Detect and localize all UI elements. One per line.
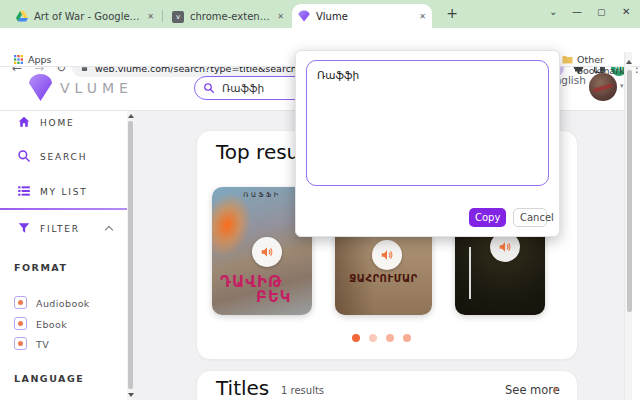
browser-tab-strip: Art of War - Google Drive ✕ v chrome-ext… bbox=[0, 0, 640, 28]
tab-vlume-active[interactable]: Vlume ✕ bbox=[292, 4, 432, 28]
google-drive-icon bbox=[16, 11, 28, 22]
user-avatar[interactable] bbox=[589, 73, 617, 101]
sidebar-item-my-list[interactable]: MY LIST bbox=[40, 187, 88, 197]
tab-close-icon[interactable]: ✕ bbox=[147, 12, 154, 21]
carousel-dot-active[interactable] bbox=[352, 334, 360, 342]
sidebar-item-filter[interactable]: FILTER bbox=[40, 224, 80, 234]
audio-speaker-icon[interactable] bbox=[252, 237, 282, 267]
audiobook-checkbox[interactable] bbox=[14, 296, 27, 309]
copy-button[interactable]: Copy bbox=[469, 208, 506, 227]
new-tab-button[interactable]: + bbox=[444, 6, 460, 22]
chevron-up-icon[interactable] bbox=[105, 226, 113, 234]
tab-extension[interactable]: v chrome-extensions//adiocimbicr ✕ bbox=[166, 5, 290, 28]
search-nav-icon bbox=[17, 149, 31, 163]
titles-count: 1 results bbox=[281, 385, 324, 396]
scroll-up-icon[interactable] bbox=[128, 114, 134, 118]
search-icon bbox=[203, 82, 215, 94]
my-list-icon bbox=[17, 184, 31, 198]
tab-close-icon[interactable]: ✕ bbox=[277, 12, 284, 21]
scroll-down-icon[interactable] bbox=[128, 393, 134, 397]
copy-dialog: Ռաֆֆի Copy Cancel bbox=[295, 50, 560, 237]
see-more-link[interactable]: See more bbox=[505, 383, 560, 397]
tab-title: Art of War - Google Drive bbox=[34, 11, 141, 22]
browser-toolbar: ← → ↻ web.vlume.com/search?type=title&se… bbox=[0, 28, 640, 52]
apps-bookmark[interactable]: Apps bbox=[28, 54, 52, 65]
sidebar-scrollbar[interactable] bbox=[127, 111, 134, 400]
carousel-dot[interactable] bbox=[386, 334, 394, 342]
carousel-dot[interactable] bbox=[403, 334, 411, 342]
window-chevron-icon[interactable]: ⌄ bbox=[549, 6, 557, 17]
scroll-up-icon[interactable] bbox=[626, 60, 632, 64]
carousel-dot[interactable] bbox=[369, 334, 377, 342]
page-scrollbar-thumb[interactable] bbox=[627, 70, 632, 312]
cover-art bbox=[469, 247, 471, 299]
sidebar-divider bbox=[0, 208, 127, 210]
cover-title-line2: ԲԵԿ bbox=[256, 288, 292, 306]
tab-title: chrome-extensions//adiocimbicr bbox=[190, 11, 271, 22]
cover-title: ՋԱՀՐՈՒՄԱՐ bbox=[335, 273, 432, 284]
cancel-button[interactable]: Cancel bbox=[513, 208, 547, 227]
titles-heading: Titles bbox=[216, 376, 269, 400]
home-icon bbox=[17, 115, 31, 129]
ebook-label[interactable]: Ebook bbox=[36, 319, 67, 330]
audio-speaker-icon[interactable] bbox=[372, 240, 402, 270]
sidebar-scrollbar-thumb[interactable] bbox=[128, 121, 133, 389]
ebook-checkbox[interactable] bbox=[14, 317, 27, 330]
tv-label[interactable]: TV bbox=[36, 339, 49, 350]
language-section-title: LANGUAGE bbox=[14, 373, 84, 384]
vlume-icon bbox=[298, 10, 310, 22]
copy-textarea[interactable]: Ռաֆֆի bbox=[306, 60, 549, 186]
extension-tab-icon: v bbox=[172, 11, 184, 23]
window-maximize-icon[interactable]: ▢ bbox=[597, 7, 606, 17]
filter-funnel-icon bbox=[17, 221, 31, 235]
vlume-logo-icon[interactable] bbox=[28, 73, 53, 102]
tab-art-of-war[interactable]: Art of War - Google Drive ✕ bbox=[10, 5, 160, 28]
format-section-title: FORMAT bbox=[14, 262, 67, 273]
see-more-chevron-icon[interactable]: › bbox=[553, 381, 558, 396]
tab-title: Vlume bbox=[316, 11, 413, 22]
window-close-icon[interactable]: ✕ bbox=[622, 6, 630, 17]
brand-name[interactable]: VLUME bbox=[60, 80, 133, 96]
page-scrollbar[interactable] bbox=[624, 52, 632, 400]
avatar-caret-icon[interactable]: ▾ bbox=[620, 82, 624, 90]
folder-icon bbox=[562, 55, 573, 64]
audiobook-label[interactable]: Audiobook bbox=[36, 298, 90, 309]
tab-close-icon[interactable]: ✕ bbox=[419, 12, 426, 21]
tv-checkbox[interactable] bbox=[14, 337, 27, 350]
sidebar-item-search[interactable]: SEARCH bbox=[40, 152, 87, 162]
apps-grid-icon bbox=[14, 55, 23, 64]
sidebar-item-home[interactable]: HOME bbox=[40, 118, 75, 128]
tab-separator bbox=[162, 10, 163, 22]
window-minimize-icon[interactable]: — bbox=[572, 6, 582, 17]
